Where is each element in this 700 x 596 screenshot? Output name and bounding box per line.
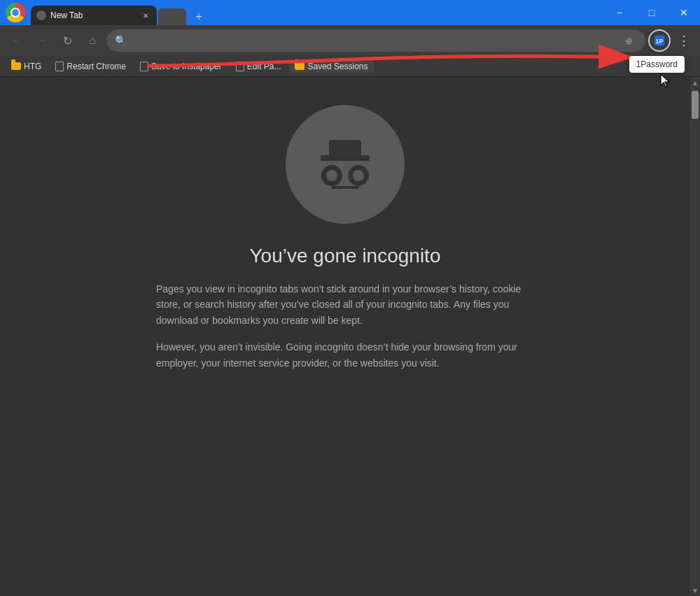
bookmark-htg-label: HTG bbox=[24, 62, 41, 71]
page-area: You’ve gone incognito Pages you view in … bbox=[0, 77, 690, 596]
bookmark-htg[interactable]: HTG bbox=[6, 60, 47, 73]
new-tab-button[interactable]: + bbox=[189, 8, 209, 25]
minimize-button[interactable]: − bbox=[603, 0, 636, 25]
extensions-area: 1P ⋮ bbox=[648, 29, 694, 52]
window-controls: − □ ✕ bbox=[603, 0, 700, 25]
onepassword-extension-button[interactable]: 1P bbox=[648, 29, 671, 52]
tab-newtab[interactable]: New Tab ✕ bbox=[31, 6, 157, 25]
chrome-logo-icon bbox=[6, 3, 25, 22]
folder-icon bbox=[11, 62, 21, 70]
forward-button[interactable]: → bbox=[31, 29, 53, 52]
incognito-hat-icon bbox=[321, 140, 370, 161]
address-end-button[interactable]: ⊕ bbox=[620, 32, 637, 49]
tab-close-button[interactable]: ✕ bbox=[140, 10, 151, 21]
title-bar: New Tab ✕ + − □ ✕ bbox=[0, 0, 700, 25]
incognito-body: Pages you view in incognito tabs won’t s… bbox=[142, 281, 548, 382]
tab-title: New Tab bbox=[50, 10, 137, 20]
page-icon bbox=[236, 62, 244, 71]
address-bar[interactable]: 🔍 ⊕ bbox=[106, 29, 645, 52]
incognito-title: You’ve gone incognito bbox=[250, 245, 441, 267]
scrollbar-down-button[interactable]: ▼ bbox=[690, 585, 700, 596]
incognito-circle bbox=[286, 105, 405, 224]
scrollbar[interactable]: ▲ ▼ bbox=[690, 77, 700, 596]
incognito-figure bbox=[321, 140, 370, 189]
bookmark-edit-page-label: Edit Pa... bbox=[247, 62, 281, 71]
eye-inner-left bbox=[326, 170, 337, 181]
incognito-paragraph-1: Pages you view in incognito tabs won’t s… bbox=[156, 281, 534, 328]
folder-icon bbox=[295, 62, 304, 70]
nose-bar bbox=[331, 186, 359, 189]
hat-top bbox=[329, 140, 361, 155]
eye-inner-right bbox=[353, 170, 364, 181]
bookmark-saved-sessions[interactable]: Saved Sessions bbox=[289, 60, 373, 73]
eye-left bbox=[321, 165, 342, 186]
scrollbar-up-button[interactable]: ▲ bbox=[690, 77, 700, 88]
tab-bar: New Tab ✕ + bbox=[31, 0, 700, 25]
eye-right bbox=[348, 165, 369, 186]
page-icon bbox=[55, 62, 64, 71]
tab-stub bbox=[158, 8, 186, 25]
page-icon bbox=[140, 62, 148, 71]
bookmark-saved-sessions-label: Saved Sessions bbox=[307, 62, 368, 71]
hat-brim bbox=[321, 155, 370, 161]
bookmark-save-instapaper-label: Save to Instapaper bbox=[151, 62, 222, 71]
maximize-button[interactable]: □ bbox=[636, 0, 668, 25]
onepassword-tooltip: 1Password bbox=[629, 56, 685, 73]
close-button[interactable]: ✕ bbox=[668, 0, 700, 25]
scrollbar-track[interactable] bbox=[690, 88, 700, 585]
onepassword-icon: 1P bbox=[653, 34, 666, 47]
nav-bar: ← → ↻ ⌂ 🔍 ⊕ 1P ⋮ 1Password bbox=[0, 25, 700, 56]
search-icon: 🔍 bbox=[115, 35, 127, 46]
more-icon: ⋮ bbox=[678, 33, 690, 48]
menu-button[interactable]: ⋮ bbox=[672, 29, 694, 52]
back-button[interactable]: ← bbox=[6, 29, 28, 52]
incognito-paragraph-2: However, you aren’t invisible. Going inc… bbox=[156, 339, 534, 371]
scrollbar-thumb[interactable] bbox=[692, 91, 699, 119]
bookmarks-bar: HTG Restart Chrome Save to Instapaper Ed… bbox=[0, 56, 700, 77]
home-button[interactable]: ⌂ bbox=[81, 29, 104, 52]
bookmark-restart-chrome[interactable]: Restart Chrome bbox=[50, 60, 132, 73]
svg-text:1P: 1P bbox=[655, 38, 663, 45]
bookmark-save-instapaper[interactable]: Save to Instapaper bbox=[134, 60, 227, 73]
main-content: You’ve gone incognito Pages you view in … bbox=[0, 77, 700, 596]
incognito-glasses-icon bbox=[321, 165, 369, 186]
refresh-button[interactable]: ↻ bbox=[56, 29, 78, 52]
bookmark-edit-page[interactable]: Edit Pa... bbox=[230, 60, 287, 73]
tab-favicon bbox=[36, 10, 46, 20]
bookmark-restart-chrome-label: Restart Chrome bbox=[66, 62, 126, 71]
